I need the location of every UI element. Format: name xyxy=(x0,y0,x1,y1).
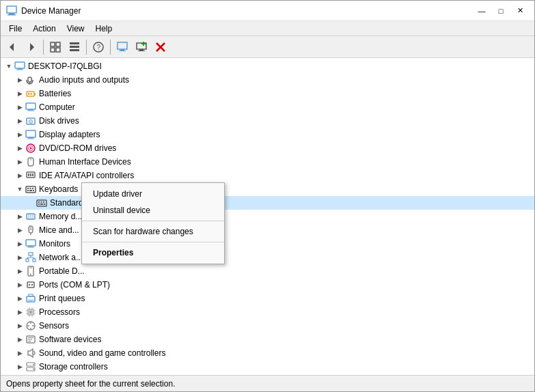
context-menu-scan[interactable]: Scan for hardware changes xyxy=(82,223,224,240)
close-button[interactable]: ✕ xyxy=(511,4,529,18)
monitors-expand[interactable] xyxy=(14,238,25,249)
tree-item-processors[interactable]: Processors xyxy=(1,305,534,319)
keyboards-expand[interactable] xyxy=(14,184,25,195)
portable-label: Portable D... xyxy=(39,266,85,276)
menu-file[interactable]: File xyxy=(3,23,27,35)
tree-item-portable[interactable]: Portable D... xyxy=(1,264,534,278)
tree-item-batteries[interactable]: Batteries xyxy=(1,87,534,100)
svg-rect-39 xyxy=(26,130,36,137)
svg-rect-111 xyxy=(28,341,31,341)
svg-rect-51 xyxy=(26,186,36,193)
delete-button[interactable] xyxy=(152,38,169,56)
monitor-button[interactable] xyxy=(113,38,131,56)
software-icon xyxy=(25,334,36,345)
tree-item-disk[interactable]: Disk drives xyxy=(1,114,534,128)
portable-expand[interactable] xyxy=(14,266,25,277)
root-expand-arrow[interactable] xyxy=(3,61,14,72)
svg-rect-62 xyxy=(38,204,40,205)
svg-rect-54 xyxy=(32,188,33,189)
tree-view-button[interactable] xyxy=(46,38,64,56)
tree-item-print[interactable]: Print queues xyxy=(1,292,534,305)
svg-rect-31 xyxy=(28,93,29,95)
tree-item-system[interactable]: System devices xyxy=(1,374,534,375)
root-icon xyxy=(14,61,25,72)
tree-item-sensors[interactable]: Sensors xyxy=(1,319,534,333)
audio-expand[interactable] xyxy=(14,74,25,85)
tree-item-audio[interactable]: Audio inputs and outputs xyxy=(1,73,534,87)
svg-rect-2 xyxy=(8,14,16,16)
svg-rect-40 xyxy=(29,137,33,139)
svg-rect-56 xyxy=(29,190,32,191)
disk-expand[interactable] xyxy=(14,115,25,126)
computer-expand[interactable] xyxy=(14,102,25,113)
network-icon xyxy=(25,252,36,263)
memory-expand[interactable] xyxy=(14,211,25,222)
mice-label: Mice and... xyxy=(39,225,79,235)
computer-label: Computer xyxy=(39,102,75,112)
keyboards-label: Keyboards xyxy=(39,184,78,194)
tree-item-dvd[interactable]: DVD/CD-ROM drives xyxy=(1,141,534,155)
tree-item-display[interactable]: Display adapters xyxy=(1,128,534,141)
network-label: Network a... xyxy=(39,253,83,262)
status-text: Opens property sheet for the current sel… xyxy=(6,379,175,389)
ports-expand[interactable] xyxy=(14,279,25,290)
title-bar: Device Manager — □ ✕ xyxy=(1,1,534,21)
menu-action[interactable]: Action xyxy=(27,23,61,35)
tree-item-computer[interactable]: Computer xyxy=(1,100,534,114)
svg-point-115 xyxy=(33,364,34,365)
new-button[interactable] xyxy=(133,38,150,56)
toolbar-sep-1 xyxy=(43,40,44,55)
svg-rect-64 xyxy=(44,204,45,205)
processors-expand[interactable] xyxy=(14,307,25,318)
context-menu: Update driver Uninstall device Scan for … xyxy=(81,182,225,264)
ide-expand[interactable] xyxy=(14,170,25,181)
context-menu-properties[interactable]: Properties xyxy=(82,244,224,261)
svg-rect-27 xyxy=(28,77,31,82)
software-expand[interactable] xyxy=(14,334,25,345)
help-button[interactable]: ? xyxy=(90,38,107,56)
context-menu-update-driver[interactable]: Update driver xyxy=(82,186,224,202)
svg-rect-75 xyxy=(27,247,34,248)
storage-label: Storage controllers xyxy=(39,362,108,372)
network-expand[interactable] xyxy=(14,252,25,263)
root-label: DESKTOP-I7QLBGI xyxy=(28,61,102,71)
display-expand[interactable] xyxy=(14,129,25,140)
svg-rect-8 xyxy=(56,48,60,52)
tree-item-storage[interactable]: Storage controllers xyxy=(1,360,534,374)
svg-rect-63 xyxy=(40,204,43,205)
list-view-button[interactable] xyxy=(66,38,83,56)
sensors-expand[interactable] xyxy=(14,320,25,331)
menu-help[interactable]: Help xyxy=(90,23,118,35)
tree-item-sound[interactable]: Sound, video and game controllers xyxy=(1,346,534,360)
forward-button[interactable] xyxy=(23,38,40,56)
tree-item-software[interactable]: Software devices xyxy=(1,333,534,346)
tree-root[interactable]: DESKTOP-I7QLBGI xyxy=(1,59,534,73)
device-tree[interactable]: DESKTOP-I7QLBGI Audio inputs and outputs xyxy=(1,58,534,375)
tree-item-ports[interactable]: Ports (COM & LPT) xyxy=(1,278,534,292)
sound-expand[interactable] xyxy=(14,348,25,359)
svg-point-38 xyxy=(30,121,31,122)
context-menu-uninstall[interactable]: Uninstall device xyxy=(82,202,224,219)
maximize-button[interactable]: □ xyxy=(492,4,510,18)
hid-expand[interactable] xyxy=(14,156,25,167)
batteries-expand[interactable] xyxy=(14,88,25,99)
svg-rect-30 xyxy=(34,94,36,96)
batteries-icon xyxy=(25,88,36,99)
svg-marker-4 xyxy=(30,43,34,51)
svg-point-88 xyxy=(31,284,33,285)
monitors-icon xyxy=(25,238,36,249)
svg-rect-0 xyxy=(7,6,16,13)
menu-view[interactable]: View xyxy=(61,23,90,35)
minimize-button[interactable]: — xyxy=(473,4,491,18)
svg-rect-24 xyxy=(15,62,25,68)
tree-item-hid[interactable]: Human Interface Devices xyxy=(1,155,534,169)
back-button[interactable] xyxy=(3,38,21,56)
svg-rect-58 xyxy=(37,200,46,206)
tree-item-ide[interactable]: IDE ATA/ATAPI controllers xyxy=(1,169,534,182)
storage-expand[interactable] xyxy=(14,361,25,372)
memory-label: Memory d... xyxy=(39,212,82,221)
print-expand[interactable] xyxy=(14,293,25,304)
dvd-expand[interactable] xyxy=(14,143,25,154)
mice-expand[interactable] xyxy=(14,225,25,236)
context-menu-sep-2 xyxy=(82,242,224,242)
